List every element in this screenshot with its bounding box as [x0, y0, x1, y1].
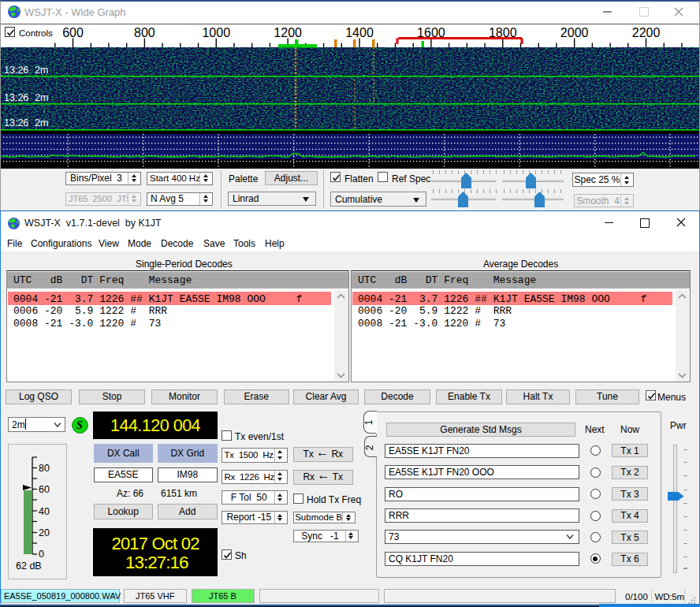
svg-text:60: 60 — [39, 484, 50, 495]
svg-text:600: 600 — [62, 26, 84, 39]
svg-text:2m: 2m — [35, 92, 48, 103]
svg-text:13:26: 13:26 — [4, 92, 28, 103]
svg-text:2200: 2200 — [632, 26, 661, 39]
svg-text:1000: 1000 — [202, 26, 230, 39]
svg-text:2m: 2m — [35, 65, 48, 76]
svg-text:1400: 1400 — [345, 26, 374, 39]
svg-text:40: 40 — [39, 506, 50, 517]
svg-text:0: 0 — [39, 549, 44, 560]
svg-text:2m: 2m — [35, 117, 48, 128]
svg-text:20: 20 — [39, 527, 50, 538]
svg-text:1200: 1200 — [274, 26, 302, 39]
svg-text:13:26: 13:26 — [4, 117, 28, 128]
svg-text:800: 800 — [134, 26, 155, 39]
svg-text:2000: 2000 — [560, 26, 589, 39]
svg-text:80: 80 — [39, 463, 50, 474]
svg-text:62 dB: 62 dB — [16, 560, 42, 572]
svg-text:13:26: 13:26 — [4, 65, 28, 76]
